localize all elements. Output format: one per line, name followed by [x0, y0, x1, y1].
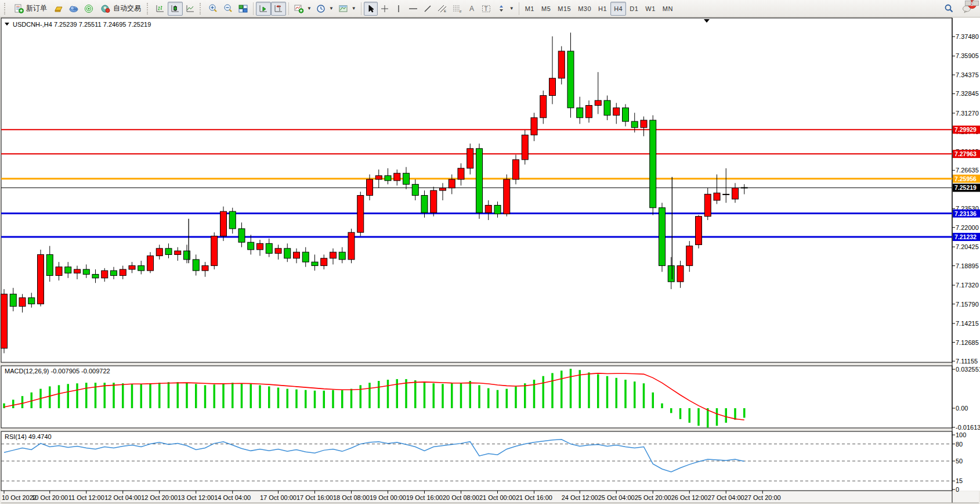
close-icon[interactable]	[972, 1, 979, 6]
search-button[interactable]	[942, 2, 956, 16]
timeframe-m1[interactable]: M1	[522, 2, 538, 16]
horizontal-line-button[interactable]	[406, 2, 421, 16]
arrows-button[interactable]: ▼	[494, 2, 516, 16]
tile-windows-icon	[238, 4, 248, 13]
candle-body	[312, 262, 318, 265]
text-button[interactable]: A	[465, 2, 479, 16]
fibonacci-button[interactable]: F	[450, 2, 465, 16]
candle-body	[284, 249, 291, 258]
horizontal-line-icon	[408, 4, 418, 13]
candle-body	[741, 188, 747, 188]
candle-body	[294, 252, 300, 258]
indicators-icon	[294, 4, 304, 13]
candle-body	[38, 254, 44, 304]
candle-body	[19, 298, 26, 307]
macd-tick-label: 0.032551	[956, 366, 980, 373]
toolbar-separator	[361, 2, 361, 15]
candle-body	[348, 232, 355, 260]
candle-body	[367, 179, 373, 196]
rsi-tick-label: 50	[956, 458, 963, 465]
zoom-out-button[interactable]	[220, 2, 236, 16]
candle-body	[220, 211, 227, 236]
candle-body	[202, 266, 208, 271]
candle-body	[504, 179, 510, 214]
zoom-in-button[interactable]	[205, 2, 220, 16]
price-tick-label: 7.15790	[956, 301, 979, 308]
macd-tick-label: 0.00	[956, 405, 968, 412]
timeframe-mn[interactable]: MN	[659, 2, 677, 16]
main-toolbar: 新订单 自动交易	[0, 0, 980, 17]
bar-chart-button[interactable]	[153, 2, 168, 16]
chevron-down-icon: ▼	[352, 6, 356, 11]
templates-button[interactable]: ▼	[336, 2, 359, 16]
autotrade-button[interactable]: 自动交易	[96, 2, 145, 16]
candle-body	[623, 108, 629, 121]
timeframe-h1[interactable]: H1	[595, 2, 610, 16]
cursor-button[interactable]	[364, 2, 378, 16]
window-buttons[interactable]	[965, 1, 979, 6]
candle-chart-button[interactable]	[168, 2, 183, 16]
periods-button[interactable]: ▼	[314, 2, 336, 16]
rsi-tick-label: 15	[956, 477, 963, 484]
price-chart[interactable]: 7.374807.359057.343757.328457.312707.297…	[0, 17, 980, 504]
candle-body	[577, 108, 583, 118]
candle-body	[540, 96, 547, 118]
candle-body	[321, 258, 327, 266]
periods-clock-icon	[316, 4, 326, 13]
equidistant-channel-button[interactable]: E	[435, 2, 450, 16]
candle-body	[723, 194, 729, 195]
candle-body	[175, 251, 181, 254]
deposit-gold-icon	[53, 4, 64, 13]
candle-body	[339, 252, 345, 260]
signal-button[interactable]	[81, 2, 96, 16]
toolbar-grip	[200, 3, 204, 15]
price-axis[interactable]	[953, 18, 980, 491]
time-label: 27 Oct 04:00	[708, 494, 744, 501]
cursor-icon	[366, 4, 375, 13]
candle-body	[677, 266, 684, 282]
toolbar-grip	[4, 3, 8, 15]
auto-scroll-button[interactable]	[256, 2, 271, 16]
svg-text:A: A	[469, 5, 474, 13]
candle-body	[650, 120, 656, 208]
toolbar-separator	[253, 2, 254, 15]
deposit-button[interactable]	[51, 2, 66, 16]
candle-body	[120, 269, 126, 276]
vertical-line-button[interactable]	[392, 2, 406, 16]
tile-windows-button[interactable]	[236, 2, 251, 16]
candle-body	[449, 179, 455, 188]
text-label-button[interactable]: T	[479, 2, 494, 16]
timeframe-d1[interactable]: D1	[626, 2, 642, 16]
candle-body	[248, 242, 254, 250]
candle-body	[65, 267, 71, 273]
candle-body	[586, 105, 592, 117]
trendline-button[interactable]	[421, 2, 435, 16]
chart-shift-button[interactable]	[271, 2, 286, 16]
price-tick-label: 7.14215	[956, 320, 979, 327]
price-badge-label: 7.25956	[954, 175, 977, 182]
indicators-button[interactable]: ▼	[291, 2, 314, 16]
time-label: 25 Oct 04:00	[598, 494, 635, 501]
candle-body	[74, 269, 81, 273]
candle-body	[375, 176, 382, 179]
timeframe-h4[interactable]: H4	[610, 2, 626, 16]
candle-body	[595, 100, 601, 105]
new-order-button[interactable]: 新订单	[10, 2, 51, 16]
macd-tick-label: -0.016137	[956, 424, 980, 431]
candle-body	[111, 271, 117, 275]
chart-shift-icon	[273, 4, 284, 13]
timeframe-m5[interactable]: M5	[538, 2, 554, 16]
crosshair-button[interactable]	[378, 2, 392, 16]
timeframe-m30[interactable]: M30	[574, 2, 595, 16]
time-label: 18 Oct 08:00	[333, 494, 370, 501]
candle-body	[102, 271, 108, 278]
autotrade-label: 自动交易	[113, 3, 141, 13]
rsi-tick-label: 80	[956, 441, 963, 448]
line-chart-button[interactable]	[183, 2, 198, 16]
macd-pane[interactable]	[1, 366, 952, 428]
restore-icon[interactable]	[965, 1, 971, 6]
trendline-icon	[423, 4, 432, 13]
timeframe-m15[interactable]: M15	[554, 2, 574, 16]
timeframe-w1[interactable]: W1	[642, 2, 659, 16]
publish-button[interactable]	[66, 2, 81, 16]
